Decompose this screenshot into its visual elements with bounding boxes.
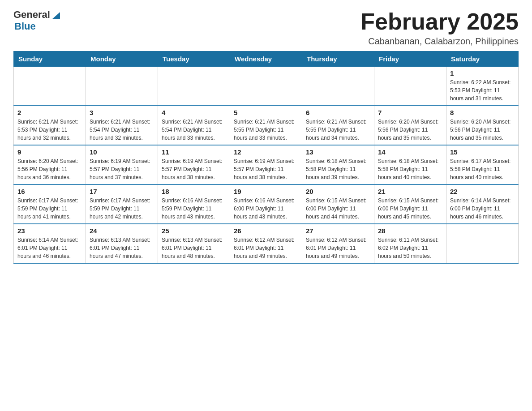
svg-marker-0 <box>52 12 60 19</box>
page-title: February 2025 <box>360 9 519 34</box>
calendar-week-3: 9Sunrise: 6:20 AM Sunset: 5:56 PM Daylig… <box>14 145 519 184</box>
day-number: 23 <box>17 227 82 235</box>
day-info: Sunrise: 6:20 AM Sunset: 5:56 PM Dayligh… <box>450 118 515 142</box>
calendar-week-1: 1Sunrise: 6:22 AM Sunset: 5:53 PM Daylig… <box>14 67 519 106</box>
day-info: Sunrise: 6:15 AM Sunset: 6:00 PM Dayligh… <box>378 197 442 221</box>
day-number: 18 <box>162 188 226 195</box>
day-number: 5 <box>234 109 298 116</box>
day-number: 13 <box>306 148 370 156</box>
calendar-cell: 9Sunrise: 6:20 AM Sunset: 5:56 PM Daylig… <box>14 145 86 184</box>
day-info: Sunrise: 6:22 AM Sunset: 5:53 PM Dayligh… <box>450 78 515 103</box>
day-number: 9 <box>17 148 82 156</box>
day-info: Sunrise: 6:13 AM Sunset: 6:01 PM Dayligh… <box>162 236 226 260</box>
calendar-cell: 20Sunrise: 6:15 AM Sunset: 6:00 PM Dayli… <box>302 184 374 224</box>
day-number: 8 <box>450 109 515 116</box>
day-number: 26 <box>234 227 298 235</box>
calendar-cell: 2Sunrise: 6:21 AM Sunset: 5:53 PM Daylig… <box>14 106 86 145</box>
day-info: Sunrise: 6:21 AM Sunset: 5:53 PM Dayligh… <box>17 118 82 142</box>
day-number: 1 <box>450 69 515 77</box>
calendar-body: 1Sunrise: 6:22 AM Sunset: 5:53 PM Daylig… <box>14 67 519 264</box>
calendar-cell: 7Sunrise: 6:20 AM Sunset: 5:56 PM Daylig… <box>374 106 446 145</box>
title-block: February 2025 Cabanbanan, Calabarzon, Ph… <box>360 9 519 47</box>
day-number: 14 <box>378 148 442 156</box>
logo-general-text: General <box>13 9 50 21</box>
calendar-cell <box>374 67 446 106</box>
calendar-table: SundayMondayTuesdayWednesdayThursdayFrid… <box>13 51 519 264</box>
day-number: 7 <box>378 109 442 116</box>
day-number: 6 <box>306 109 370 116</box>
day-header-monday: Monday <box>86 51 158 67</box>
calendar-week-5: 23Sunrise: 6:14 AM Sunset: 6:01 PM Dayli… <box>14 224 519 263</box>
day-header-saturday: Saturday <box>446 51 519 67</box>
calendar-header: SundayMondayTuesdayWednesdayThursdayFrid… <box>14 51 519 67</box>
day-info: Sunrise: 6:21 AM Sunset: 5:55 PM Dayligh… <box>306 118 370 142</box>
day-info: Sunrise: 6:20 AM Sunset: 5:56 PM Dayligh… <box>378 118 442 142</box>
day-header-sunday: Sunday <box>14 51 86 67</box>
day-info: Sunrise: 6:18 AM Sunset: 5:58 PM Dayligh… <box>306 157 370 181</box>
day-info: Sunrise: 6:17 AM Sunset: 5:58 PM Dayligh… <box>450 157 515 181</box>
logo-triangle-icon <box>51 10 61 20</box>
day-info: Sunrise: 6:13 AM Sunset: 6:01 PM Dayligh… <box>90 236 154 260</box>
calendar-cell: 10Sunrise: 6:19 AM Sunset: 5:57 PM Dayli… <box>86 145 158 184</box>
day-header-wednesday: Wednesday <box>230 51 302 67</box>
calendar-cell: 24Sunrise: 6:13 AM Sunset: 6:01 PM Dayli… <box>86 224 158 263</box>
day-number: 28 <box>378 227 442 235</box>
day-number: 17 <box>90 188 154 195</box>
day-number: 16 <box>17 188 82 195</box>
day-info: Sunrise: 6:11 AM Sunset: 6:02 PM Dayligh… <box>378 236 442 260</box>
calendar-cell: 17Sunrise: 6:17 AM Sunset: 5:59 PM Dayli… <box>86 184 158 224</box>
calendar-cell: 12Sunrise: 6:19 AM Sunset: 5:57 PM Dayli… <box>230 145 302 184</box>
day-info: Sunrise: 6:15 AM Sunset: 6:00 PM Dayligh… <box>306 197 370 221</box>
calendar-cell: 28Sunrise: 6:11 AM Sunset: 6:02 PM Dayli… <box>374 224 446 263</box>
day-number: 11 <box>162 148 226 156</box>
day-number: 21 <box>378 188 442 195</box>
calendar-cell <box>302 67 374 106</box>
calendar-cell: 14Sunrise: 6:18 AM Sunset: 5:58 PM Dayli… <box>374 145 446 184</box>
calendar-cell: 1Sunrise: 6:22 AM Sunset: 5:53 PM Daylig… <box>446 67 519 106</box>
calendar-cell <box>446 224 519 263</box>
day-number: 2 <box>17 109 82 116</box>
header-row: SundayMondayTuesdayWednesdayThursdayFrid… <box>14 51 519 67</box>
day-number: 24 <box>90 227 154 235</box>
calendar-cell: 27Sunrise: 6:12 AM Sunset: 6:01 PM Dayli… <box>302 224 374 263</box>
calendar-cell: 6Sunrise: 6:21 AM Sunset: 5:55 PM Daylig… <box>302 106 374 145</box>
calendar-cell: 8Sunrise: 6:20 AM Sunset: 5:56 PM Daylig… <box>446 106 519 145</box>
day-info: Sunrise: 6:14 AM Sunset: 6:01 PM Dayligh… <box>17 236 82 260</box>
logo-blue-text: Blue <box>14 21 36 32</box>
calendar-cell <box>158 67 230 106</box>
calendar-cell: 22Sunrise: 6:14 AM Sunset: 6:00 PM Dayli… <box>446 184 519 224</box>
day-header-tuesday: Tuesday <box>158 51 230 67</box>
day-number: 19 <box>234 188 298 195</box>
day-info: Sunrise: 6:21 AM Sunset: 5:54 PM Dayligh… <box>90 118 154 142</box>
day-number: 3 <box>90 109 154 116</box>
logo: General Blue <box>13 9 61 32</box>
day-info: Sunrise: 6:16 AM Sunset: 6:00 PM Dayligh… <box>234 197 298 221</box>
day-info: Sunrise: 6:19 AM Sunset: 5:57 PM Dayligh… <box>162 157 226 181</box>
calendar-cell: 21Sunrise: 6:15 AM Sunset: 6:00 PM Dayli… <box>374 184 446 224</box>
page-subtitle: Cabanbanan, Calabarzon, Philippines <box>360 36 519 47</box>
day-info: Sunrise: 6:16 AM Sunset: 5:59 PM Dayligh… <box>162 197 226 221</box>
day-number: 20 <box>306 188 370 195</box>
calendar-week-2: 2Sunrise: 6:21 AM Sunset: 5:53 PM Daylig… <box>14 106 519 145</box>
calendar-cell: 15Sunrise: 6:17 AM Sunset: 5:58 PM Dayli… <box>446 145 519 184</box>
calendar-cell: 16Sunrise: 6:17 AM Sunset: 5:59 PM Dayli… <box>14 184 86 224</box>
day-info: Sunrise: 6:21 AM Sunset: 5:54 PM Dayligh… <box>162 118 226 142</box>
day-info: Sunrise: 6:19 AM Sunset: 5:57 PM Dayligh… <box>90 157 154 181</box>
day-info: Sunrise: 6:14 AM Sunset: 6:00 PM Dayligh… <box>450 197 515 221</box>
day-info: Sunrise: 6:12 AM Sunset: 6:01 PM Dayligh… <box>306 236 370 260</box>
day-info: Sunrise: 6:19 AM Sunset: 5:57 PM Dayligh… <box>234 157 298 181</box>
calendar-cell: 26Sunrise: 6:12 AM Sunset: 6:01 PM Dayli… <box>230 224 302 263</box>
page-header: General Blue February 2025 Cabanbanan, C… <box>13 9 519 47</box>
day-info: Sunrise: 6:21 AM Sunset: 5:55 PM Dayligh… <box>234 118 298 142</box>
day-header-friday: Friday <box>374 51 446 67</box>
calendar-cell: 13Sunrise: 6:18 AM Sunset: 5:58 PM Dayli… <box>302 145 374 184</box>
day-number: 25 <box>162 227 226 235</box>
calendar-cell <box>230 67 302 106</box>
day-info: Sunrise: 6:17 AM Sunset: 5:59 PM Dayligh… <box>17 197 82 221</box>
day-info: Sunrise: 6:17 AM Sunset: 5:59 PM Dayligh… <box>90 197 154 221</box>
day-number: 12 <box>234 148 298 156</box>
day-info: Sunrise: 6:12 AM Sunset: 6:01 PM Dayligh… <box>234 236 298 260</box>
day-info: Sunrise: 6:20 AM Sunset: 5:56 PM Dayligh… <box>17 157 82 181</box>
day-number: 27 <box>306 227 370 235</box>
calendar-cell <box>86 67 158 106</box>
